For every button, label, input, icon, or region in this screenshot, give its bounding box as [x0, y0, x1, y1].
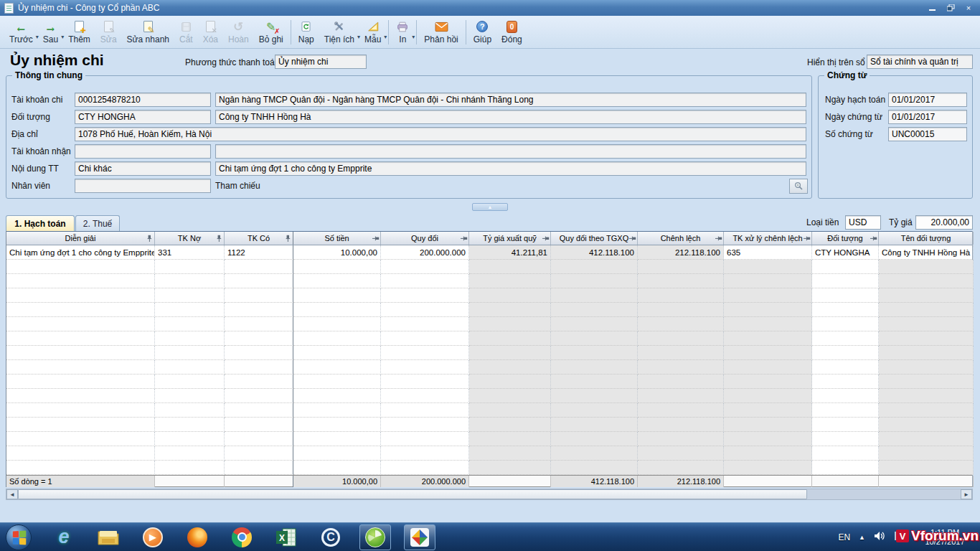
field-input[interactable]: UNC00015	[888, 127, 967, 141]
field-input[interactable]: 0001254878210	[75, 93, 211, 107]
scrollbar-track[interactable]	[807, 489, 961, 499]
start-button[interactable]	[6, 524, 32, 550]
reference-attach-button[interactable]	[789, 179, 808, 194]
grid-empty-cell	[155, 389, 225, 403]
grid-cell[interactable]: CTY HONGHA	[812, 245, 879, 260]
grid-cell[interactable]: 212.118.100	[638, 245, 724, 260]
grid-cell[interactable]: Chi tạm ứng đợt 1 cho công ty Empprite	[6, 245, 155, 260]
pin-vertical-icon[interactable]	[285, 235, 291, 244]
grid-empty-cell	[879, 418, 974, 432]
pin-horizontal-icon[interactable]	[715, 235, 722, 244]
grid-empty-cell	[293, 446, 381, 461]
taskbar-file-explorer-icon[interactable]	[93, 524, 124, 550]
grid-cell[interactable]: 412.118.100	[551, 245, 638, 260]
field-input[interactable]	[75, 144, 211, 159]
taskbar-misa-icon[interactable]	[404, 524, 435, 550]
toolbar-button-mau[interactable]: Mẫu▾	[359, 17, 386, 47]
grid-cell[interactable]: 1122	[225, 245, 293, 260]
taskbar-corom-icon[interactable]	[359, 524, 391, 550]
field-input-secondary[interactable]	[215, 144, 806, 159]
pin-vertical-icon[interactable]	[216, 235, 222, 244]
grid-cell[interactable]: Công ty TNHH Hồng Hà	[879, 245, 974, 260]
column-header-9[interactable]: TK xử lý chênh lệch	[724, 232, 812, 245]
column-header-3[interactable]: TK Có	[225, 232, 293, 245]
field-input-secondary[interactable]: Công ty TNHH Hồng Hà	[215, 110, 806, 124]
grid-cell[interactable]: 331	[155, 245, 225, 260]
horizontal-scrollbar[interactable]: ◄ ►	[6, 489, 973, 500]
field-input[interactable]: 01/01/2017	[888, 110, 967, 124]
field-input[interactable]	[75, 179, 211, 193]
column-header-11[interactable]: Tên đối tượng	[879, 232, 974, 245]
currency-field[interactable]: USD	[845, 215, 881, 230]
column-header-6[interactable]: Tỷ giá xuất quỹ	[469, 232, 551, 245]
delete-document-icon: ✕	[206, 19, 215, 34]
taskbar-excel-icon[interactable]: X	[270, 524, 302, 550]
close-button[interactable]: ×	[961, 3, 976, 14]
grid-footer-cell	[155, 476, 225, 487]
toolbar-button-truoc[interactable]: ←Trước▾	[4, 17, 38, 47]
field-input-secondary[interactable]: Ngân hàng TMCP Quân đội - Ngân hàng TMCP…	[215, 93, 806, 107]
pin-horizontal-icon[interactable]	[629, 235, 636, 244]
toolbar-button-sua-nhanh[interactable]: ✎Sửa nhanh	[122, 17, 174, 47]
taskbar-chrome-icon[interactable]	[226, 524, 258, 550]
toolbar-button-phan-hoi[interactable]: Phản hồi	[419, 17, 463, 47]
taskbar-media-player-icon[interactable]: ▶	[137, 524, 169, 550]
column-header-10[interactable]: Đối tượng	[812, 232, 879, 245]
column-header-4[interactable]: Số tiền	[293, 232, 381, 245]
toolbar-button-dong[interactable]: 0Đóng	[496, 17, 527, 47]
grid-empty-cell	[638, 418, 724, 432]
grid-empty-cell	[551, 418, 638, 432]
toolbar-button-them[interactable]: ✚Thêm	[63, 17, 95, 47]
grid-cell[interactable]: 10.000,00	[293, 245, 381, 260]
grid-cell[interactable]: 200.000.000	[381, 245, 469, 260]
pin-horizontal-icon[interactable]	[542, 235, 549, 244]
minimize-button[interactable]	[925, 3, 941, 14]
dropdown-arrow-icon[interactable]: ▾	[412, 34, 415, 40]
scrollbar-thumb[interactable]	[18, 489, 807, 499]
collapse-splitter-button[interactable]: ▲	[472, 203, 508, 211]
language-indicator[interactable]: EN	[838, 532, 850, 542]
pin-horizontal-icon[interactable]	[372, 235, 379, 244]
payment-method-combobox[interactable]: Ủy nhiệm chi	[275, 55, 367, 69]
scroll-right-arrow[interactable]: ►	[961, 489, 972, 499]
column-header-5[interactable]: Quy đổi	[381, 232, 469, 245]
grid-cell[interactable]: 635	[724, 245, 812, 260]
field-input-secondary[interactable]: Chi tạm ứng đợt 1 cho công ty Empprite	[215, 161, 806, 176]
exchange-rate-field[interactable]: 20.000,00	[915, 215, 973, 230]
pin-horizontal-icon[interactable]	[804, 235, 810, 244]
tab-thue[interactable]: 2. Thuế	[75, 215, 120, 231]
tray-expand-icon[interactable]: ▲	[859, 534, 865, 541]
toolbar-button-sau[interactable]: →Sau▾	[38, 17, 63, 47]
toolbar-button-giup[interactable]: ?Giúp	[468, 17, 496, 47]
pin-horizontal-icon[interactable]	[870, 235, 877, 244]
column-header-1[interactable]: Diễn giải	[6, 232, 155, 245]
grid-empty-cell	[225, 360, 293, 375]
taskbar-firefox-icon[interactable]	[182, 524, 213, 550]
field-input[interactable]: 1078 Phố Huế, Hoàn Kiếm, Hà Nội	[75, 127, 806, 141]
taskbar-internet-explorer-icon[interactable]: e	[48, 524, 80, 550]
toolbar-button-nap[interactable]: Nạp	[293, 17, 319, 47]
toolbar-label-phan-hoi: Phản hồi	[424, 34, 458, 44]
grid-cell[interactable]: 41.211,81	[469, 245, 551, 260]
taskbar-coccoc-icon[interactable]: C	[315, 524, 347, 550]
toolbar-button-bo-ghi[interactable]: ✎✗Bỏ ghi	[254, 17, 288, 47]
restore-button[interactable]	[943, 3, 958, 14]
column-header-7[interactable]: Quy đổi theo TGXQ	[551, 232, 638, 245]
display-book-combobox[interactable]: Sổ tài chính và quản trị	[867, 55, 973, 69]
volume-icon[interactable]	[874, 531, 885, 544]
toolbar-button-in[interactable]: In▾	[391, 17, 414, 47]
column-header-2[interactable]: TK Nợ	[155, 232, 225, 245]
utilities-tools-icon	[333, 19, 346, 34]
scroll-left-arrow[interactable]: ◄	[6, 489, 18, 499]
column-header-8[interactable]: Chênh lệch	[638, 232, 724, 245]
toolbar-button-tien-ich[interactable]: Tiện ích▾	[319, 17, 359, 47]
field-input[interactable]: Chi khác	[75, 161, 211, 176]
field-input[interactable]: 01/01/2017	[888, 93, 967, 107]
field-label: Nhân viên	[11, 181, 50, 191]
pin-vertical-icon[interactable]	[146, 235, 153, 244]
field-input[interactable]: CTY HONGHA	[75, 110, 211, 124]
tab-hach-toan[interactable]: 1. Hạch toán	[6, 215, 75, 231]
pin-horizontal-icon[interactable]	[461, 235, 467, 244]
title-bar[interactable]: Ủy nhiệm chi - Công ty Cổ phần ABC ×	[0, 0, 980, 16]
dropdown-arrow-icon[interactable]: ▾	[384, 34, 387, 40]
